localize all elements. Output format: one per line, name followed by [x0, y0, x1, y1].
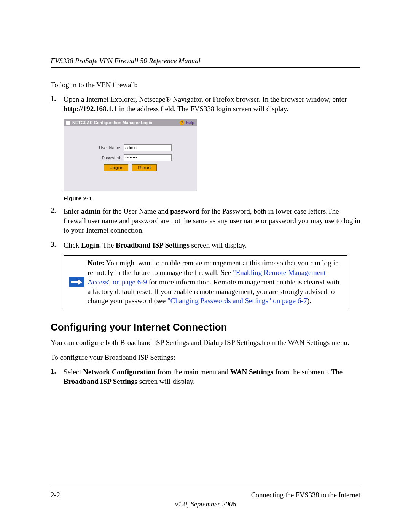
step-number: 1.: [51, 94, 64, 113]
manual-page: FVS338 ProSafe VPN Firewall 50 Reference…: [0, 0, 411, 532]
step-2: 2. Enter admin for the User Name and pas…: [51, 206, 360, 235]
paragraph: To configure your Broadband ISP Settings…: [51, 353, 360, 362]
help-link[interactable]: ? help: [180, 120, 194, 125]
bold-text: WAN Settings: [230, 368, 273, 376]
paragraph: You can configure both Broadband ISP Set…: [51, 338, 360, 347]
text: from the main menu and: [156, 368, 230, 376]
note-icon-cell: [68, 259, 85, 305]
text: in the address field. The FVS338 login s…: [117, 105, 288, 113]
login-title: NETGEAR Configuration Manager Login: [72, 120, 152, 125]
arrow-right-icon: [69, 277, 84, 287]
step-number: 3.: [51, 240, 64, 250]
login-buttons: Login Reset: [72, 164, 189, 171]
note-box: Note: You might want to enable remote ma…: [64, 255, 347, 310]
reset-button[interactable]: Reset: [132, 164, 157, 171]
password-input[interactable]: [124, 154, 172, 161]
username-input[interactable]: [124, 144, 172, 151]
login-body: User Name: Password: Login Reset: [64, 126, 197, 191]
step-3: 3. Click Login. The Broadband ISP Settin…: [51, 240, 360, 250]
step-config-1: 1. Select Network Configuration from the…: [51, 367, 360, 386]
username-label: User Name:: [89, 145, 124, 150]
bold-text: Network Configuration: [83, 368, 156, 376]
step-content: Open a Internet Explorer, Netscape® Navi…: [64, 94, 360, 113]
text: screen will display.: [190, 241, 247, 249]
text: The: [101, 241, 116, 249]
step-content: Click Login. The Broadband ISP Settings …: [64, 240, 360, 250]
running-header: FVS338 ProSafe VPN Firewall 50 Reference…: [51, 57, 360, 65]
window-icon: [66, 121, 70, 125]
text: ).: [307, 297, 311, 305]
bold-text: Broadband ISP Settings: [116, 241, 190, 249]
text: Open a Internet Explorer, Netscape® Navi…: [64, 95, 347, 103]
bold-text: Broadband ISP Settings: [64, 377, 137, 385]
text: for the User Name and: [101, 207, 170, 215]
login-panel: NETGEAR Configuration Manager Login ? he…: [64, 119, 197, 191]
bold-text: admin: [81, 207, 101, 215]
svg-rect-0: [71, 281, 78, 283]
text: Click: [64, 241, 81, 249]
footer-line: 2-2 Connecting the FVS338 to the Interne…: [51, 491, 360, 499]
text: Enter: [64, 207, 81, 215]
note-text: Note: You might want to enable remote ma…: [85, 259, 343, 305]
page-number: 2-2: [51, 491, 60, 499]
version-footer: v1.0, September 2006: [0, 500, 411, 508]
chapter-title: Connecting the FVS338 to the Internet: [251, 491, 360, 499]
cross-ref-link[interactable]: "Changing Passwords and Settings" on pag…: [167, 297, 307, 305]
text: screen will display.: [137, 377, 195, 385]
text: Select: [64, 368, 83, 376]
step-content: Select Network Configuration from the ma…: [64, 367, 360, 386]
svg-marker-1: [78, 279, 82, 285]
bold-text: password: [170, 207, 199, 215]
note-lead: Note:: [88, 259, 104, 267]
footer-divider: [51, 486, 360, 486]
username-row: User Name:: [72, 144, 189, 151]
figure-2-1: NETGEAR Configuration Manager Login ? he…: [64, 119, 360, 202]
intro-text: To log in to the VPN firewall:: [51, 81, 360, 89]
header-divider: [51, 67, 360, 68]
help-icon: ?: [180, 120, 184, 125]
step-1: 1. Open a Internet Explorer, Netscape® N…: [51, 94, 360, 113]
login-button[interactable]: Login: [104, 164, 129, 171]
section-heading: Configuring your Internet Connection: [51, 321, 360, 333]
text: from the submenu. The: [273, 368, 342, 376]
step-number: 2.: [51, 206, 64, 235]
step-number: 1.: [51, 367, 64, 386]
url-text: http://192.168.1.1: [64, 105, 117, 113]
bold-text: Login.: [81, 241, 101, 249]
help-label: help: [186, 120, 194, 125]
password-row: Password:: [72, 154, 189, 161]
figure-caption: Figure 2-1: [64, 195, 360, 202]
step-content: Enter admin for the User Name and passwo…: [64, 206, 360, 235]
password-label: Password:: [89, 155, 124, 160]
login-header: NETGEAR Configuration Manager Login ? he…: [64, 119, 197, 126]
